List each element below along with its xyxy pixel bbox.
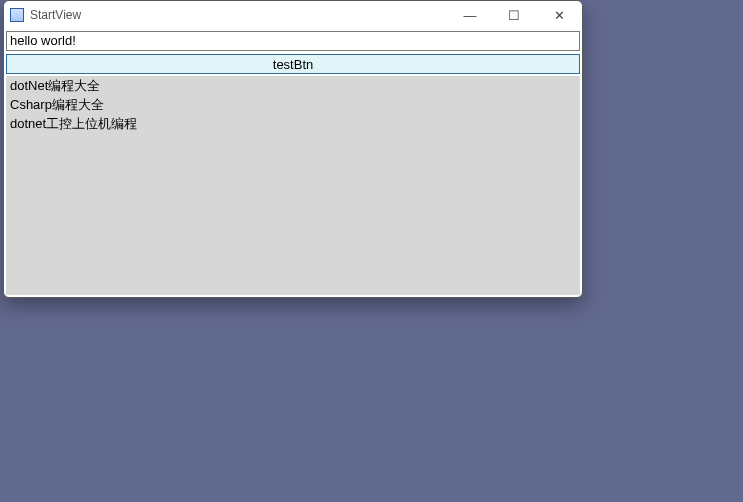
minimize-button[interactable]: — <box>448 1 492 29</box>
client-area: hello world! testBtn dotNet编程大全 Csharp编程… <box>4 29 582 297</box>
list-item[interactable]: dotNet编程大全 <box>6 76 580 95</box>
text-input-value: hello world! <box>10 32 76 50</box>
maximize-button[interactable]: ☐ <box>492 1 536 29</box>
test-button-label: testBtn <box>273 57 313 72</box>
app-window: StartView — ☐ ✕ hello world! testBtn dot… <box>3 0 583 298</box>
list-item[interactable]: dotnet工控上位机编程 <box>6 114 580 133</box>
window-title: StartView <box>30 8 448 22</box>
test-button[interactable]: testBtn <box>6 54 580 74</box>
app-icon <box>10 8 24 22</box>
list-item[interactable]: Csharp编程大全 <box>6 95 580 114</box>
close-button[interactable]: ✕ <box>536 1 582 29</box>
text-input[interactable]: hello world! <box>6 31 580 51</box>
list-box[interactable]: dotNet编程大全 Csharp编程大全 dotnet工控上位机编程 <box>6 76 580 295</box>
window-controls: — ☐ ✕ <box>448 1 582 29</box>
title-bar[interactable]: StartView — ☐ ✕ <box>4 1 582 29</box>
